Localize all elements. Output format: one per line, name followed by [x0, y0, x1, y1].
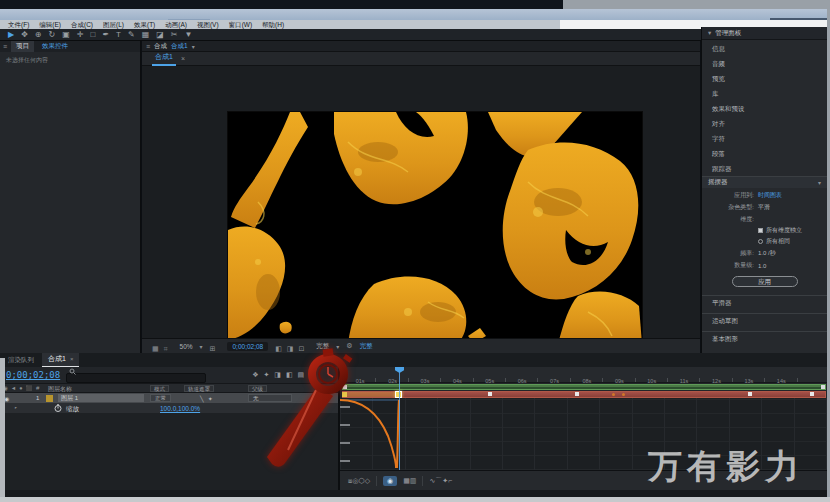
background-window-fragment	[563, 0, 830, 9]
apply-to-value[interactable]: 时间图表	[758, 191, 782, 200]
graph-toolbar-icons: ⧈◎⬡◇	[348, 477, 370, 485]
camera-tool-icon[interactable]: ▣	[62, 29, 70, 41]
brush-tool-icon[interactable]: ✎	[128, 29, 135, 41]
sidebar-section-essential-graphics[interactable]: 基本图形	[702, 331, 827, 345]
tab-render-queue[interactable]: 渲染队列	[8, 356, 34, 365]
composition-panel-name[interactable]: 合成1	[171, 42, 188, 51]
dimension-option-2[interactable]: 所有相同	[758, 237, 827, 246]
close-icon[interactable]: ×	[70, 356, 74, 362]
zoom-tool-icon[interactable]: ⊕	[35, 29, 42, 41]
keyframe[interactable]	[575, 392, 579, 396]
sidebar-panel-item[interactable]: 音频	[702, 57, 827, 72]
viewer-tab-close-icon[interactable]: ×	[181, 55, 185, 62]
layer-name[interactable]: 图层 1	[58, 394, 144, 402]
sidebar-panel-item[interactable]: 信息	[702, 42, 827, 57]
magnitude-value[interactable]: 1.0	[758, 263, 766, 269]
right-sidebar: ▾ 管理面板 信息音频预览库效果和预设对齐字符段落跟踪器绘画 摇摆器 ▾ 应用到…	[701, 27, 827, 353]
roto-brush-tool-icon[interactable]: ✂	[171, 29, 178, 41]
sidebar-panel-item[interactable]: 库	[702, 87, 827, 102]
audio-icon[interactable]: ◄	[11, 385, 16, 391]
stopwatch-icon[interactable]	[54, 404, 62, 412]
sidebar-panel-item[interactable]: 效果和预设	[702, 102, 827, 117]
layer-mode-select[interactable]: 正常	[150, 394, 171, 402]
panel-menu-icon[interactable]: ≡	[3, 43, 7, 50]
rotate-tool-icon[interactable]: ↻	[49, 29, 56, 41]
bar-end-cap[interactable]	[821, 385, 825, 389]
layer-switch-icon[interactable]: ╲	[200, 395, 204, 402]
tab-project[interactable]: 项目	[11, 41, 34, 52]
apply-button[interactable]: 应用	[732, 276, 798, 287]
tab-timeline-comp1[interactable]: 合成1 ×	[42, 353, 79, 367]
tab-effect-controls[interactable]: 效果控件	[38, 41, 72, 52]
composition-panel-label[interactable]: 合成	[154, 42, 167, 51]
wiggler-panel-header[interactable]: 摇摆器 ▾	[702, 176, 827, 188]
chevron-down-icon[interactable]: ▾	[200, 343, 203, 350]
menu-item[interactable]: 窗口(W)	[229, 20, 252, 29]
column-track-matte[interactable]: 轨道遮罩	[184, 385, 214, 392]
desktop-background: Adobe After Effects CC 2015 项目.aep – ▢ ×…	[0, 0, 830, 502]
graph-tool-icon[interactable]: ▥	[410, 477, 417, 484]
sidebar-panel-item[interactable]: 跟踪器	[702, 162, 827, 177]
frequency-value[interactable]: 1.0 /秒	[758, 249, 776, 258]
chevron-down-icon[interactable]: ▾	[192, 43, 195, 50]
lock-icon[interactable]: ⬛	[26, 385, 33, 391]
graph-tool-icon[interactable]: ⌐	[448, 477, 452, 484]
selection-tool-icon[interactable]: ▶	[8, 29, 14, 41]
panel-menu-icon[interactable]: ≡	[146, 43, 150, 50]
background-window-fragment	[0, 497, 830, 502]
sidebar-panel-item[interactable]: 预览	[702, 72, 827, 87]
menu-item[interactable]: 帮助(H)	[262, 20, 284, 29]
layer-duration-bar-green[interactable]	[342, 384, 826, 390]
layer-switch-icon[interactable]: ✦	[208, 395, 213, 402]
playhead-line[interactable]	[399, 367, 400, 470]
viewer-tabs-row: 合成1 ×	[142, 52, 700, 66]
sidebar-panel-item[interactable]: 字符	[702, 132, 827, 147]
viewer-toolbar-icon[interactable]: ⊞	[210, 345, 216, 352]
solo-icon[interactable]: ●	[19, 385, 22, 391]
timeline-search-input[interactable]	[66, 373, 206, 383]
keyframe[interactable]	[810, 392, 814, 396]
sidebar-panel-item[interactable]: 段落	[702, 147, 827, 162]
sidebar-section-smoother[interactable]: 平滑器	[702, 295, 827, 309]
hand-tool-icon[interactable]: ✥	[21, 29, 28, 41]
timeline-search	[66, 366, 206, 384]
magnification-value[interactable]: 50%	[180, 343, 193, 350]
keyframe[interactable]	[488, 392, 492, 396]
sidebar-panel-item[interactable]: 对齐	[702, 117, 827, 132]
shape-tool-icon[interactable]: □	[91, 29, 96, 41]
chevron-down-icon[interactable]: ▾	[708, 29, 711, 37]
composition-canvas[interactable]	[228, 112, 642, 344]
project-info-text: 未选择任何内容	[6, 56, 48, 65]
property-value[interactable]: 100.0,100.0%	[160, 405, 200, 412]
twirl-icon[interactable]: ‣	[14, 404, 18, 411]
puppet-pin-tool-icon[interactable]: ▼	[185, 29, 193, 41]
graph-tool-icon[interactable]: ▦	[403, 477, 410, 484]
viewer-panel-tabs: ≡ 合成 合成1 ▾	[142, 41, 700, 52]
sidebar-section-motion-sketch[interactable]: 运动草图	[702, 313, 827, 327]
time-ruler[interactable]: 01s02s03s04s05s06s07s08s09s10s11s12s13s1…	[340, 367, 827, 383]
dimension-option-label: 所有维度独立	[766, 226, 802, 235]
current-timecode[interactable]: 0;00;02;08	[6, 370, 60, 380]
graph-tool-icon[interactable]: ◇	[365, 477, 370, 484]
noise-type-value[interactable]: 平滑	[758, 203, 770, 212]
dimension-option-1[interactable]: 所有维度独立	[758, 226, 827, 235]
clone-stamp-tool-icon[interactable]: ▦	[142, 29, 150, 41]
pan-behind-tool-icon[interactable]: ✛	[77, 29, 84, 41]
viewer-toolbar-icon[interactable]: ▦	[152, 345, 159, 352]
viewer-toolbar: ▦⌗ 50% ▾ ⊞ 0;00;02;08 ◧◨⊡ 完整 ▾ ⚙ 完整	[142, 338, 700, 353]
graph-editor-active-button[interactable]: ◉	[383, 476, 397, 486]
magnitude-label: 数量级:	[702, 261, 754, 270]
eraser-tool-icon[interactable]: ◪	[156, 29, 164, 41]
pen-tool-icon[interactable]: ✒	[102, 29, 109, 41]
keyframe[interactable]	[622, 393, 625, 396]
keyframe[interactable]	[748, 392, 752, 396]
viewer-toolbar-icon[interactable]: ⌗	[164, 345, 168, 352]
text-tool-icon[interactable]: T	[116, 29, 121, 41]
viewer-tab-comp1[interactable]: 合成1	[152, 51, 176, 66]
column-mode[interactable]: 模式	[150, 385, 169, 392]
timeline-bottom-edge	[0, 490, 830, 497]
keyframe[interactable]	[612, 393, 615, 396]
layer-label-color[interactable]	[46, 395, 53, 402]
menu-item[interactable]: 视图(V)	[197, 20, 219, 29]
wiggler-panel: 摇摆器 ▾ 应用到: 时间图表 杂色类型: 平滑 维度: 所有维度独立 所有相同	[702, 176, 827, 287]
